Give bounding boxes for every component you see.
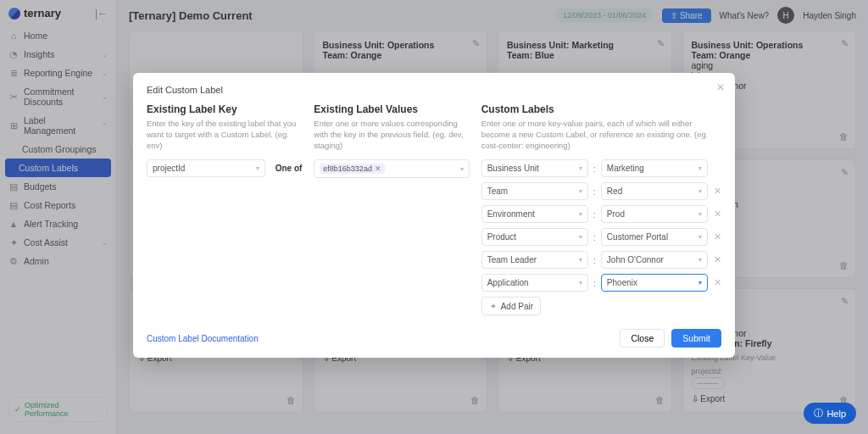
close-icon[interactable]: ✕ [716, 81, 725, 93]
documentation-link[interactable]: Custom Label Documentation [147, 334, 259, 343]
pair-value-select[interactable]: Red▾ [601, 182, 708, 200]
col-heading: Custom Labels [481, 103, 721, 115]
col-desc: Enter one or more key-value pairs, each … [481, 119, 721, 151]
col-desc: Enter the key of the existing label that… [147, 119, 302, 151]
pair-key-select[interactable]: Environment▾ [481, 205, 588, 223]
remove-pair-icon[interactable]: ✕ [713, 186, 721, 197]
label-pair: Environment▾:Prod▾✕ [481, 205, 721, 223]
help-button[interactable]: ⓘ Help [804, 403, 856, 424]
label-values-select[interactable]: ef8b16b332ad ✕ ▾ [314, 159, 469, 178]
chevron-down-icon: ▾ [579, 256, 582, 264]
chevron-down-icon: ▾ [698, 233, 702, 241]
pair-key-select[interactable]: Team▾ [481, 182, 588, 200]
remove-pair-icon[interactable]: ✕ [713, 254, 721, 265]
close-button[interactable]: Close [620, 329, 665, 348]
existing-key-column: Existing Label Key Enter the key of the … [147, 103, 302, 315]
pair-value-select[interactable]: Phoenix▾ [601, 274, 708, 292]
chevron-down-icon: ▾ [256, 164, 259, 172]
chevron-down-icon: ▾ [698, 279, 702, 287]
chevron-down-icon: ▾ [579, 164, 582, 172]
modal-title: Edit Custom Label [147, 85, 721, 95]
chevron-down-icon: ▾ [460, 165, 464, 173]
label-key-select[interactable]: projectId ▾ [147, 159, 265, 177]
col-heading: Existing Label Values [314, 103, 469, 115]
chevron-down-icon: ▾ [579, 233, 582, 241]
remove-pair-icon[interactable]: ✕ [713, 209, 721, 220]
label-pair: Business Unit▾:Marketing▾ [481, 159, 721, 177]
oneof-label: One of [275, 164, 303, 173]
submit-button[interactable]: Submit [671, 329, 721, 348]
label-pair: Team▾:Red▾✕ [481, 182, 721, 200]
existing-values-column: Existing Label Values Enter one or more … [314, 103, 469, 315]
chevron-down-icon: ▾ [579, 210, 582, 218]
label-key-value: projectId [153, 164, 185, 173]
add-pair-button[interactable]: ＋ Add Pair [481, 297, 541, 315]
value-tag: ef8b16b332ad ✕ [320, 164, 385, 174]
remove-pair-icon[interactable]: ✕ [713, 231, 721, 242]
chevron-down-icon: ▾ [579, 187, 582, 195]
label-pair: Product▾:Customer Portal▾✕ [481, 228, 721, 246]
col-heading: Existing Label Key [147, 103, 302, 115]
chevron-down-icon: ▾ [579, 279, 582, 287]
chevron-down-icon: ▾ [698, 187, 702, 195]
chevron-down-icon: ▾ [698, 210, 702, 218]
chevron-down-icon: ▾ [698, 164, 702, 172]
pair-value-select[interactable]: Prod▾ [601, 205, 708, 223]
pair-key-select[interactable]: Application▾ [481, 274, 588, 292]
remove-pair-icon[interactable]: ✕ [713, 277, 721, 288]
pair-value-select[interactable]: John O'Connor▾ [601, 251, 708, 269]
col-desc: Enter one or more values corresponding w… [314, 119, 469, 151]
pair-key-select[interactable]: Product▾ [481, 228, 588, 246]
pair-key-select[interactable]: Team Leader▾ [481, 251, 588, 269]
edit-custom-label-modal: Edit Custom Label ✕ Existing Label Key E… [133, 73, 735, 358]
label-pair: Application▾:Phoenix▾✕ [481, 274, 721, 292]
pair-key-select[interactable]: Business Unit▾ [481, 159, 588, 177]
tag-text: ef8b16b332ad [323, 164, 372, 173]
pair-value-select[interactable]: Customer Portal▾ [601, 228, 708, 246]
chevron-down-icon: ▾ [698, 256, 702, 264]
remove-tag-icon[interactable]: ✕ [375, 164, 381, 173]
modal-overlay: Edit Custom Label ✕ Existing Label Key E… [0, 0, 868, 434]
pair-value-select[interactable]: Marketing▾ [601, 159, 708, 177]
label-pair: Team Leader▾:John O'Connor▾✕ [481, 251, 721, 269]
custom-labels-column: Custom Labels Enter one or more key-valu… [481, 103, 721, 315]
